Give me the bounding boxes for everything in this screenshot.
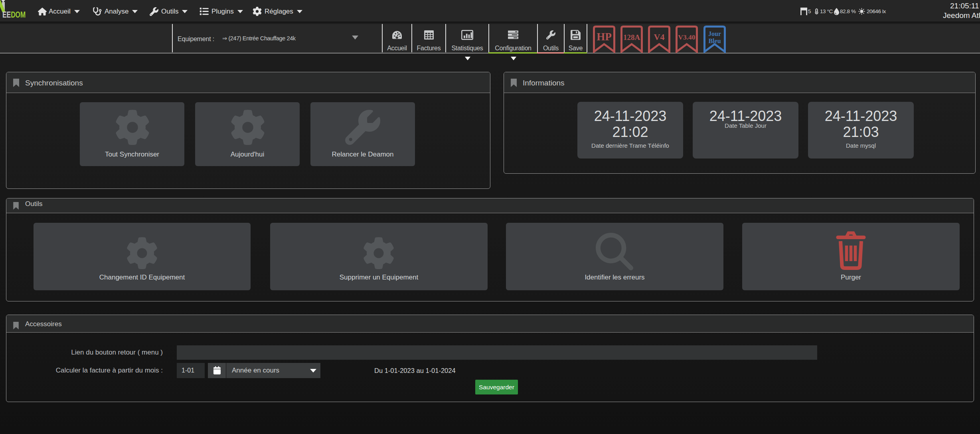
svg-text:Bleu: Bleu [708,38,721,44]
svg-text:Jour: Jour [708,30,721,37]
svg-text:V4: V4 [654,32,665,42]
svg-text:V3.40: V3.40 [678,33,695,41]
svg-text:HP: HP [597,31,612,43]
svg-text:128A: 128A [623,33,640,42]
